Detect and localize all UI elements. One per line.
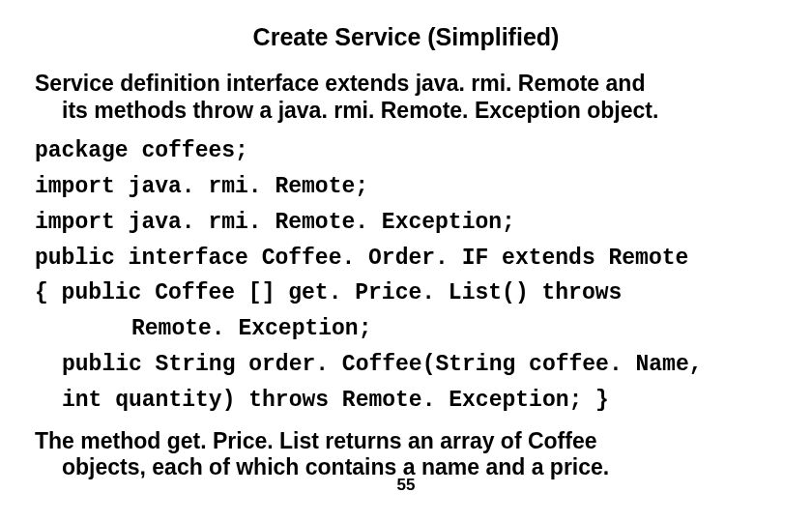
code-line-1: package coffees; bbox=[35, 133, 777, 169]
code-line-7: int quantity) throws Remote. Exception; … bbox=[35, 383, 777, 419]
code-line-3: import java. rmi. Remote. Exception; bbox=[35, 205, 777, 241]
intro-line-2: its methods throw a java. rmi. Remote. E… bbox=[35, 98, 777, 125]
intro-paragraph: Service definition interface extends jav… bbox=[35, 71, 777, 124]
code-line-5: { public Coffee [] get. Price. List() th… bbox=[35, 280, 622, 305]
outro-paragraph: The method get. Price. List returns an a… bbox=[35, 428, 777, 481]
code-line-6: public String order. Coffee(String coffe… bbox=[35, 347, 777, 383]
code-line-2: import java. rmi. Remote; bbox=[35, 169, 777, 205]
outro-line-1: The method get. Price. List returns an a… bbox=[35, 428, 597, 453]
code-block: package coffees; import java. rmi. Remot… bbox=[35, 133, 777, 418]
code-line-4: public interface Coffee. Order. IF exten… bbox=[35, 241, 777, 276]
code-line-5b: Remote. Exception; bbox=[35, 311, 777, 347]
intro-line-1: Service definition interface extends jav… bbox=[35, 71, 645, 96]
slide-title: Create Service (Simplified) bbox=[35, 23, 777, 51]
